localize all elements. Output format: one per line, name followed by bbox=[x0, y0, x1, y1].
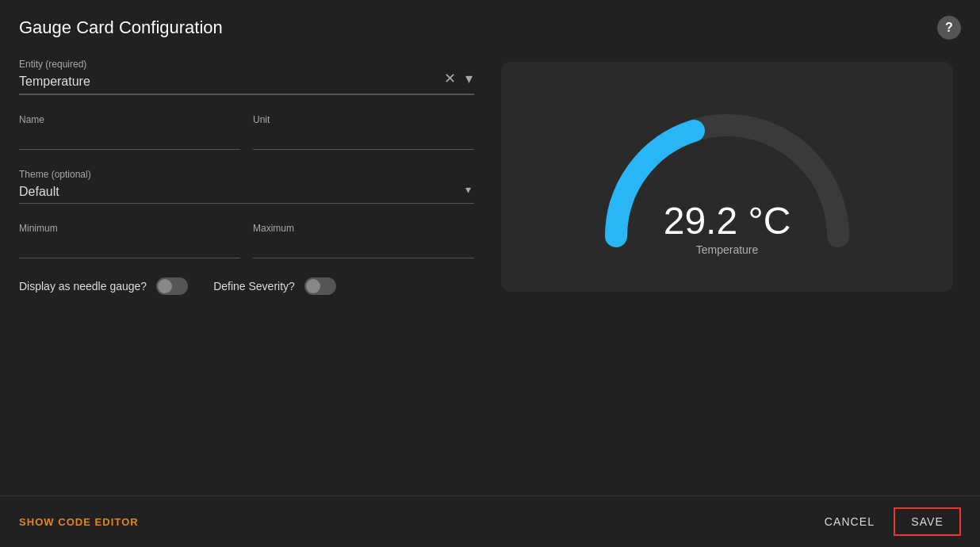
help-icon[interactable]: ? bbox=[937, 16, 961, 40]
name-field-group: Name bbox=[19, 114, 240, 150]
needle-toggle-label: Display as needle gauge? bbox=[19, 280, 147, 293]
name-unit-row: Name Unit bbox=[19, 114, 474, 150]
gauge-card-config-dialog: Gauge Card Configuration ? Entity (requi… bbox=[0, 0, 980, 547]
severity-toggle-group: Define Severity? bbox=[213, 277, 336, 295]
entity-label: Entity (required) bbox=[19, 59, 86, 70]
entity-row: Entity (required) ✕ ▾ bbox=[19, 59, 474, 95]
gauge-value: 29.2 °C bbox=[664, 202, 791, 240]
dialog-body: Entity (required) ✕ ▾ Name Unit bbox=[0, 52, 980, 495]
maximum-label: Maximum bbox=[253, 223, 294, 234]
name-label: Name bbox=[19, 114, 44, 125]
theme-label: Theme (optional) bbox=[19, 169, 91, 180]
needle-toggle-thumb bbox=[158, 279, 172, 293]
severity-toggle-label: Define Severity? bbox=[213, 280, 295, 293]
gauge-name: Temperature bbox=[696, 243, 759, 256]
unit-input[interactable] bbox=[253, 114, 474, 150]
dialog-header: Gauge Card Configuration ? bbox=[0, 0, 980, 52]
unit-field-group: Unit bbox=[253, 114, 474, 150]
severity-toggle[interactable] bbox=[304, 277, 336, 295]
gauge-inner: 29.2 °C Temperature bbox=[592, 98, 862, 256]
needle-toggle-track bbox=[156, 277, 188, 295]
save-button[interactable]: SAVE bbox=[894, 507, 961, 536]
severity-toggle-thumb bbox=[306, 279, 320, 293]
gauge-card-preview: 29.2 °C Temperature bbox=[501, 62, 953, 292]
minimum-field-group: Minimum bbox=[19, 223, 240, 258]
needle-toggle-group: Display as needle gauge? bbox=[19, 277, 188, 295]
preview-panel: 29.2 °C Temperature bbox=[493, 52, 961, 495]
toggle-row: Display as needle gauge? Define Severity… bbox=[19, 277, 474, 295]
theme-row: Theme (optional) Default Dark Light ▾ bbox=[19, 169, 474, 204]
config-panel: Entity (required) ✕ ▾ Name Unit bbox=[19, 52, 474, 495]
unit-label: Unit bbox=[253, 114, 270, 125]
show-code-editor-button[interactable]: SHOW CODE EDITOR bbox=[19, 516, 139, 528]
needle-toggle[interactable] bbox=[156, 277, 188, 295]
entity-clear-button[interactable]: ✕ bbox=[442, 68, 457, 89]
min-max-row: Minimum Maximum bbox=[19, 223, 474, 258]
entity-actions: ✕ ▾ bbox=[442, 68, 474, 89]
severity-toggle-track bbox=[304, 277, 336, 295]
entity-input[interactable] bbox=[19, 59, 474, 95]
minimum-label: Minimum bbox=[19, 223, 58, 234]
entity-input-wrapper: Entity (required) bbox=[19, 59, 474, 95]
dialog-title: Gauge Card Configuration bbox=[19, 17, 223, 38]
maximum-field-group: Maximum bbox=[253, 223, 474, 258]
footer-right: CANCEL SAVE bbox=[812, 507, 961, 536]
dialog-footer: SHOW CODE EDITOR CANCEL SAVE bbox=[0, 495, 980, 547]
entity-dropdown-button[interactable]: ▾ bbox=[464, 68, 474, 89]
cancel-button[interactable]: CANCEL bbox=[812, 509, 888, 534]
theme-select-wrapper: Theme (optional) Default Dark Light ▾ bbox=[19, 169, 474, 204]
name-input[interactable] bbox=[19, 114, 240, 150]
